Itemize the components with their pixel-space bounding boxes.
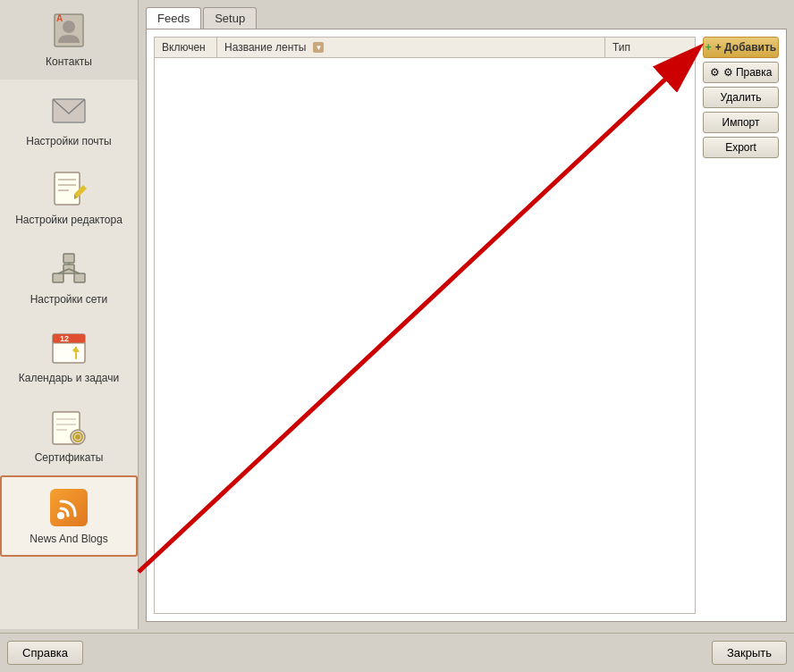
svg-rect-4 (55, 172, 80, 205)
column-dropdown-arrow[interactable]: ▼ (313, 42, 324, 53)
sidebar-item-calendar-label: Календарь и задачи (19, 372, 119, 386)
table-body (155, 58, 695, 613)
svg-text:A: A (56, 13, 63, 23)
svg-rect-10 (74, 273, 85, 282)
main-panel: Feeds Setup Включен На (139, 0, 794, 629)
sidebar-item-contacts-label: Контакты (46, 55, 92, 70)
import-button[interactable]: Импорт (703, 112, 779, 133)
network-settings-icon (47, 247, 90, 290)
sidebar-item-calendar[interactable]: 12 Календарь и задачи (0, 316, 138, 396)
sidebar: A Контакты Настройки почты (0, 0, 139, 629)
contacts-icon: A (47, 9, 90, 52)
column-header-enabled: Включен (155, 38, 217, 57)
tabs-bar: Feeds Setup (146, 7, 787, 29)
add-button[interactable]: + + Добавить (703, 37, 779, 58)
sidebar-item-certificates[interactable]: Сертификаты (0, 396, 138, 475)
buttons-column: + + Добавить ⚙ ⚙ Правка Удалить Импорт E… (703, 37, 779, 614)
sidebar-item-editor-label: Настройки редактора (15, 214, 122, 228)
footer: Справка Закрыть (0, 633, 794, 672)
svg-point-27 (57, 512, 64, 519)
sidebar-item-network-settings[interactable]: Настройки сети (0, 238, 138, 317)
svg-point-26 (75, 434, 80, 440)
sidebar-item-mail-label: Настройки почты (26, 135, 111, 149)
table-header: Включен Название ленты ▼ Тип (155, 38, 695, 58)
svg-rect-8 (53, 273, 63, 282)
column-header-name: Название ленты ▼ (217, 38, 605, 57)
delete-button[interactable]: Удалить (703, 87, 779, 108)
sidebar-item-certificates-label: Сертификаты (35, 451, 104, 466)
svg-point-1 (63, 21, 75, 33)
feeds-table-area: Включен Название ленты ▼ Тип (154, 37, 779, 614)
sidebar-item-mail-settings[interactable]: Настройки почты (0, 80, 138, 159)
help-button[interactable]: Справка (7, 641, 83, 665)
sidebar-item-network-label: Настройки сети (30, 293, 108, 307)
sidebar-item-news-blogs-label: News And Blogs (30, 533, 107, 547)
column-header-type: Тип (605, 38, 695, 57)
rss-icon (47, 486, 90, 529)
close-button[interactable]: Закрыть (712, 641, 787, 665)
sidebar-item-news-blogs[interactable]: News And Blogs (0, 475, 138, 558)
export-button[interactable]: Export (703, 137, 779, 158)
mail-settings-icon (47, 88, 90, 131)
feeds-table: Включен Название ленты ▼ Тип (154, 37, 696, 614)
tab-setup[interactable]: Setup (203, 7, 257, 29)
editor-settings-icon (47, 167, 90, 210)
sidebar-item-editor-settings[interactable]: Настройки редактора (0, 158, 138, 238)
edit-button[interactable]: ⚙ ⚙ Правка (703, 62, 779, 83)
calendar-icon: 12 (47, 325, 90, 368)
tab-feeds[interactable]: Feeds (146, 7, 201, 29)
plus-icon: + (705, 41, 712, 54)
gear-icon: ⚙ (710, 66, 720, 79)
svg-rect-11 (63, 254, 74, 263)
svg-text:12: 12 (60, 334, 69, 343)
panel-content: Включен Название ленты ▼ Тип (146, 29, 787, 622)
sidebar-item-contacts[interactable]: A Контакты (0, 0, 138, 80)
certificates-icon (47, 405, 90, 448)
